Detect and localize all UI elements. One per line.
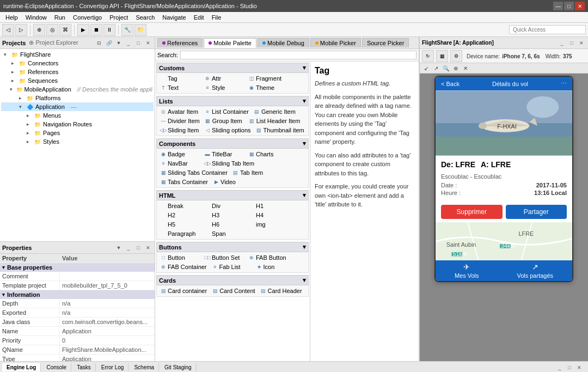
- palette-item-fab-container[interactable]: ⊕FAB Container: [158, 263, 209, 271]
- palette-section-header-lists[interactable]: Lists▾: [156, 96, 309, 106]
- props-minimize[interactable]: _: [124, 243, 133, 252]
- palette-item-badge[interactable]: ◉Badge: [158, 150, 201, 158]
- palette-section-header-customs[interactable]: Customs▾: [156, 63, 309, 73]
- props-view-menu[interactable]: ▼: [114, 243, 123, 252]
- prev-icon-5[interactable]: ✕: [461, 64, 470, 72]
- palette-item-button-set[interactable]: □□Button Set: [202, 253, 246, 262]
- back-button-mobile[interactable]: < Back: [441, 81, 460, 87]
- collapse-all-button[interactable]: ⊟: [95, 39, 103, 47]
- toolbar-btn-8[interactable]: 📁: [134, 24, 146, 36]
- tree-item-styles[interactable]: ▸📁Styles: [1, 137, 154, 146]
- bottom-panel-close[interactable]: ✕: [575, 363, 584, 372]
- props-maximize[interactable]: □: [134, 243, 143, 252]
- palette-item-fragment[interactable]: ◫Fragment: [246, 74, 290, 83]
- minimize-panel-button[interactable]: _: [124, 39, 133, 47]
- tab-source-picker[interactable]: Source Picker: [362, 38, 409, 47]
- palette-item-thumbnail-item[interactable]: ▨Thumbnail item: [254, 126, 307, 135]
- palette-item-span[interactable]: Span: [202, 229, 246, 238]
- mobile-menu-icon[interactable]: ⋯: [561, 80, 567, 87]
- prev-icon-2[interactable]: ↗: [432, 64, 440, 72]
- toolbar-btn-5[interactable]: ⏹: [90, 24, 102, 36]
- window-controls[interactable]: — □ ✕: [553, 2, 585, 10]
- palette-item-break[interactable]: Break: [158, 202, 201, 210]
- menu-item-convertigo[interactable]: Convertigo: [70, 14, 105, 21]
- preview-maximize[interactable]: □: [567, 39, 576, 47]
- bottom-tab-engine-log[interactable]: Engine Log: [2, 363, 41, 371]
- bottom-panel-toolbar[interactable]: _ □ ✕: [555, 363, 586, 372]
- preview-minimize[interactable]: _: [558, 39, 566, 47]
- palette-item-sliding-item[interactable]: ◁▷Sliding Item: [158, 126, 201, 135]
- quick-access-input[interactable]: [509, 25, 586, 34]
- palette-item-attr[interactable]: ⊕Attr: [202, 74, 246, 83]
- palette-item-h6[interactable]: H6: [202, 220, 246, 229]
- tree-item-pages[interactable]: ▸📁Pages: [1, 129, 154, 137]
- palette-item-h1[interactable]: H1: [246, 202, 290, 210]
- preview-refresh[interactable]: ↻: [422, 50, 434, 62]
- palette-item-generic-item[interactable]: ▤Generic Item: [252, 107, 298, 116]
- link-editor-button[interactable]: 🔗: [105, 39, 113, 47]
- tree-item-mobileapp[interactable]: ▾📁MobileApplication// Describes the mobi…: [1, 85, 154, 94]
- palette-item-charts[interactable]: ▦Charts: [246, 150, 290, 158]
- palette-search-input[interactable]: [180, 51, 416, 59]
- props-section-base-properties[interactable]: ▾ Base properties: [0, 263, 155, 272]
- menu-item-edit[interactable]: Edit: [191, 14, 207, 21]
- prev-icon-4[interactable]: ⊕: [451, 64, 460, 72]
- palette-item-theme[interactable]: ◉Theme: [246, 83, 290, 92]
- palette-section-header-html[interactable]: HTML▾: [156, 190, 309, 200]
- tree-item-flightshare[interactable]: ▾📁FlightShare: [1, 50, 154, 59]
- share-button[interactable]: Partager: [506, 205, 567, 219]
- palette-item-h4[interactable]: H4: [246, 211, 290, 219]
- palette-item-h3[interactable]: H3: [202, 211, 246, 219]
- bottom-tab-console[interactable]: Console: [42, 363, 71, 371]
- properties-toolbar[interactable]: ▼ _ □ ✕: [114, 243, 152, 252]
- palette-section-header-buttons[interactable]: Buttons▾: [156, 242, 309, 252]
- palette-item-h5[interactable]: H5: [158, 220, 201, 229]
- palette-item-fab-button[interactable]: ⊕FAB Button: [246, 253, 290, 262]
- palette-item-tag[interactable]: Tag: [158, 74, 201, 83]
- toolbar-btn-7[interactable]: 🔧: [121, 24, 133, 36]
- maximize-button[interactable]: □: [564, 2, 574, 10]
- palette-item-tabs-container[interactable]: ▦Tabs Container: [158, 178, 210, 186]
- palette-item-sliding-tabs-container[interactable]: ▦Sliding Tabs Container: [158, 168, 230, 177]
- tree-item-references[interactable]: ▸📁References: [1, 68, 154, 76]
- tree-item-menus[interactable]: ▸📁Menus: [1, 111, 154, 120]
- menu-item-project[interactable]: Project: [106, 14, 131, 21]
- palette-item-button[interactable]: □Button: [158, 253, 201, 262]
- menu-item-window[interactable]: Window: [22, 14, 50, 21]
- palette-item-div[interactable]: Div: [202, 202, 246, 210]
- menu-item-file[interactable]: File: [209, 14, 225, 21]
- palette-item-group-item[interactable]: ▦Group Item: [203, 117, 246, 125]
- tab-references[interactable]: References: [157, 38, 203, 47]
- tree-item-sequences[interactable]: ▸📁Sequences: [1, 76, 154, 85]
- menu-item-navigate[interactable]: Navigate: [159, 14, 189, 21]
- preview-settings[interactable]: ⚙: [450, 50, 462, 62]
- back-button[interactable]: ◁: [2, 24, 14, 36]
- toolbar-btn-6[interactable]: ⏸: [103, 24, 115, 36]
- bottom-tab-tasks[interactable]: Tasks: [72, 363, 96, 371]
- tab-mobile-debug[interactable]: Mobile Debug: [258, 38, 309, 47]
- palette-item-fab-list[interactable]: ≡Fab List: [210, 263, 253, 271]
- minimize-button[interactable]: —: [553, 2, 563, 10]
- palette-item-card-header[interactable]: ▤Card Header: [258, 286, 304, 295]
- palette-item-card-container[interactable]: ▤Card container: [158, 286, 209, 295]
- palette-item-video[interactable]: ▶Video: [211, 178, 254, 186]
- tab-mobile-palette[interactable]: Mobile Palette: [204, 38, 256, 48]
- menu-item-search[interactable]: Search: [132, 14, 158, 21]
- palette-item-style[interactable]: ≡Style: [202, 83, 246, 92]
- view-menu-button[interactable]: ▼: [114, 39, 123, 47]
- projects-toolbar[interactable]: ⊟ 🔗 ▼ _ □ ✕: [95, 39, 152, 47]
- bottom-panel-maximize[interactable]: □: [565, 363, 574, 372]
- preview-qr[interactable]: ▦: [436, 50, 448, 62]
- close-button[interactable]: ✕: [575, 2, 585, 10]
- toolbar-btn-3[interactable]: ⌘: [59, 24, 71, 36]
- palette-item-img[interactable]: img: [246, 220, 290, 229]
- prev-icon-1[interactable]: ↙: [422, 64, 431, 72]
- palette-section-header-components[interactable]: Components▾: [156, 138, 309, 149]
- palette-item-tab-item[interactable]: ▤Tab Item: [230, 168, 274, 177]
- toolbar-btn-1[interactable]: ⊕: [33, 24, 45, 36]
- prev-icon-3[interactable]: 🔍: [442, 64, 450, 72]
- preview-panel-toolbar[interactable]: _ □ ✕: [558, 39, 586, 47]
- bottom-tab-git-staging[interactable]: Git Staging: [160, 363, 196, 371]
- palette-item-card-content[interactable]: ▤Card Content: [210, 286, 257, 295]
- palette-item-list-header-item[interactable]: ▥List Header Item: [247, 117, 303, 125]
